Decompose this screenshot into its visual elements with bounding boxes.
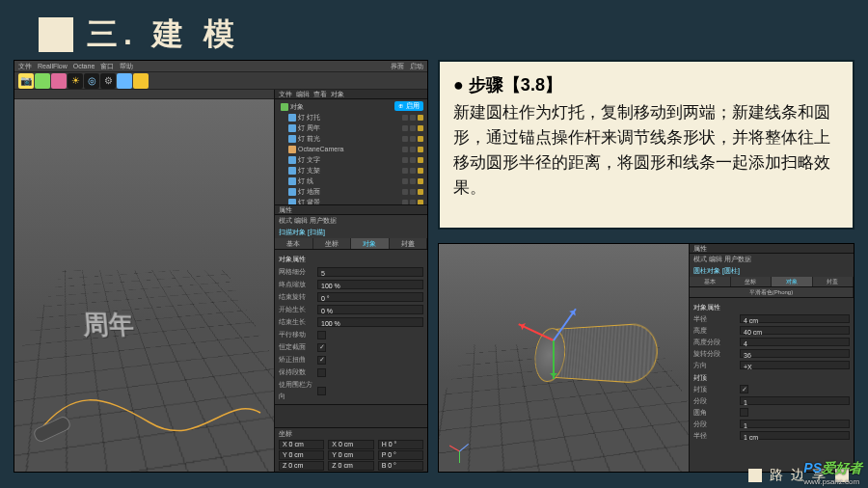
step-title: ● 步骤【3.8】 (453, 73, 839, 96)
menu-octane[interactable]: Octane (73, 63, 95, 69)
attr-checkbox[interactable]: ✓ (317, 343, 326, 352)
attr-field[interactable]: 5 (317, 267, 423, 277)
attr-tab[interactable]: 对象 (772, 277, 813, 286)
attr-field[interactable]: 4 (740, 338, 850, 346)
attr-checkbox[interactable] (317, 331, 326, 339)
attr-field[interactable]: 40 cm (740, 326, 850, 335)
attr-checkbox[interactable] (740, 408, 748, 417)
watermark-url: www.psahz.com (803, 477, 862, 486)
tree-item[interactable]: 灯 背景 (279, 197, 423, 205)
attr-checkbox[interactable] (317, 368, 326, 377)
attribute-manager: 属性 模式 编辑 用户数据 扫描对象 [扫描] 基本坐标对象封盖 对象属性 网格… (275, 205, 427, 404)
coord-title: 坐标 (275, 428, 427, 440)
attr-tabs: 基本坐标对象封盖 (275, 238, 427, 250)
move-gizmo[interactable] (514, 302, 591, 379)
coord-field[interactable]: X 0 cm (279, 440, 324, 449)
gizmo-x-axis[interactable] (518, 323, 554, 341)
material-manager[interactable] (275, 404, 427, 427)
attr-field[interactable]: 1 cm (740, 431, 850, 440)
coord-field[interactable]: H 0 ° (378, 440, 423, 449)
attr-tab[interactable]: 封盖 (813, 277, 854, 286)
tool-gear-icon[interactable]: ⚙ (100, 73, 116, 89)
om-cloud-badge[interactable]: ⊕ 启用 (394, 101, 423, 111)
attr-tab[interactable]: 坐标 (731, 277, 773, 286)
tree-item[interactable]: 灯 前光 (279, 133, 423, 144)
coord-field[interactable]: Z 0 cm (328, 461, 373, 471)
attr-field[interactable]: 1 (740, 420, 850, 428)
om-menu-edit[interactable]: 编辑 (296, 90, 310, 99)
coord-field[interactable]: Y 0 cm (328, 450, 373, 460)
attr2-title: 属性 (690, 244, 854, 254)
coord-field[interactable]: X 0 cm (328, 440, 373, 449)
tree-item[interactable]: 灯 文字 (279, 154, 423, 165)
attr-field[interactable]: 100 % (317, 280, 423, 289)
attr-row: 网格细分5 (279, 266, 423, 278)
tool-sun-icon[interactable]: ☀ (68, 73, 83, 89)
tool-pink-icon[interactable] (51, 73, 67, 89)
attr-field[interactable]: 1 (740, 396, 850, 405)
gizmo-y-axis[interactable] (553, 340, 555, 379)
attr2-phong-tab[interactable]: 平滑着色(Phong) (690, 287, 854, 297)
om-menu-obj[interactable]: 对象 (331, 90, 344, 99)
attr-section-label: 对象属性 (279, 254, 423, 265)
attr-checkbox[interactable]: ✓ (317, 356, 326, 365)
om-menu-view[interactable]: 查看 (313, 90, 327, 99)
attr-row: 平行移动 (279, 329, 423, 340)
tree-item[interactable]: 灯 灯托 (279, 112, 423, 122)
attr-checkbox[interactable] (317, 387, 326, 395)
attr-tab[interactable]: 封盖 (390, 238, 428, 249)
step-instruction-box: ● 步骤【3.8】 新建圆柱作为灯托，复制移动到两端；新建线条和圆形，通过锚点操… (438, 60, 854, 230)
attr-tab[interactable]: 基本 (275, 238, 313, 249)
svg-rect-0 (34, 416, 71, 444)
coord-field[interactable]: Y 0 cm (279, 450, 324, 460)
coord-field[interactable]: Z 0 cm (279, 461, 324, 471)
attr2-mode: 模式 编辑 用户数据 (690, 254, 854, 265)
tool-blue-icon[interactable] (117, 73, 132, 89)
attr-field[interactable]: 0 % (317, 305, 423, 314)
attr2-tabs: 基本坐标对象封盖 (690, 277, 854, 287)
object-tree[interactable]: 对象灯 灯托灯 周年灯 前光OctaneCamera灯 文字灯 支架灯 线灯 地… (275, 99, 427, 205)
tree-item[interactable]: 灯 支架 (279, 165, 423, 176)
attr-field[interactable]: 100 % (317, 317, 423, 327)
attr-tab[interactable]: 坐标 (313, 238, 352, 249)
attr-checkbox[interactable]: ✓ (740, 385, 748, 393)
tool-yellow-icon[interactable] (133, 73, 149, 89)
attr-row: 半径4 cm (693, 313, 850, 324)
tool-target-icon[interactable]: ◎ (84, 73, 99, 89)
attr-mode: 模式 编辑 用户数据 (275, 215, 427, 227)
attr-tab[interactable]: 对象 (351, 238, 390, 249)
tool-camera-icon[interactable]: 📷 (18, 73, 34, 89)
attr-row: 分段1 (693, 395, 850, 406)
page-title: 三. 建 模 (87, 14, 240, 56)
menu-help[interactable]: 帮助 (120, 62, 133, 71)
tree-item[interactable]: 灯 地面 (279, 186, 423, 197)
menu-file[interactable]: 文件 (18, 62, 32, 71)
attr-row: 高度分段4 (693, 337, 850, 347)
attr-tab[interactable]: 基本 (690, 277, 731, 286)
c4d-main-window: 文件 ReallFlow Octane 窗口 帮助 界面 启动 📷 ☀ ◎ ⚙ … (14, 60, 428, 473)
viewport-spline-wire (34, 384, 265, 461)
attr-field[interactable]: 4 cm (740, 314, 850, 323)
main-toolbar: 📷 ☀ ◎ ⚙ (14, 72, 427, 90)
coord-field[interactable]: P 0 ° (378, 450, 423, 460)
menu-window[interactable]: 窗口 (100, 62, 114, 71)
tool-green-icon[interactable] (35, 73, 50, 89)
attr-field[interactable]: 0 ° (317, 292, 423, 302)
attr-row: 结束生长100 % (279, 316, 423, 328)
attr-row: 终点缩放100 % (279, 279, 423, 290)
tree-item[interactable]: OctaneCamera (279, 144, 423, 154)
menu-realflow[interactable]: ReallFlow (38, 63, 68, 69)
gizmo-z-axis[interactable] (553, 309, 577, 341)
om-menu-file[interactable]: 文件 (279, 90, 292, 99)
viewport-main[interactable]: 8 周年 (14, 90, 275, 472)
c4d-detail-window: 属性 模式 编辑 用户数据 圆柱对象 [圆柱] 基本坐标对象封盖 平滑着色(Ph… (438, 243, 854, 473)
footer-square-left (748, 469, 762, 482)
attr-row: 方向+X (693, 360, 850, 370)
viewport-detail[interactable] (439, 244, 690, 472)
tree-item[interactable]: 灯 线 (279, 176, 423, 186)
tree-item[interactable]: 灯 周年 (279, 122, 423, 133)
menu-layout-value[interactable]: 启动 (410, 62, 423, 71)
attr-field[interactable]: +X (740, 361, 850, 369)
attr-field[interactable]: 36 (740, 349, 850, 358)
coord-field[interactable]: B 0 ° (378, 461, 423, 471)
